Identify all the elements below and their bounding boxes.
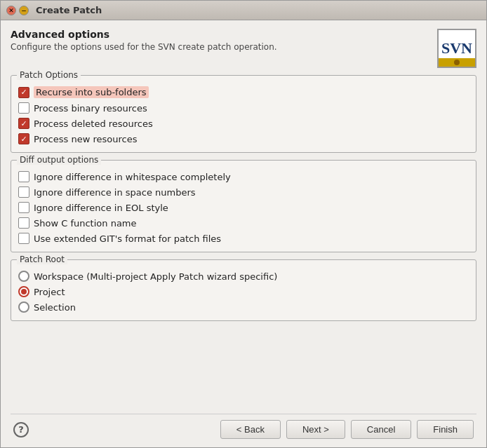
option-binary: Process binary resources [18,100,469,116]
option-workspace: Workspace (Multi-project Apply Patch wiz… [18,269,469,284]
eol-checkbox[interactable] [18,202,29,213]
main-content: Advanced options Configure the options u… [1,20,486,447]
minimize-button[interactable]: − [19,6,29,15]
help-button[interactable]: ? [13,422,29,437]
titlebar: ✕ − Create Patch [1,1,486,20]
option-eol: Ignore difference in EOL style [18,200,469,215]
back-button[interactable]: < Back [220,420,281,439]
svn-logo-text: SVN [441,39,472,57]
new-checkbox[interactable] [18,133,29,144]
footer-left: ? [13,422,29,437]
option-new: Process new resources [18,131,469,147]
option-whitespace: Ignore difference in whitespace complete… [18,169,469,184]
recurse-checkbox[interactable] [18,87,29,98]
workspace-label: Workspace (Multi-project Apply Patch wiz… [34,271,277,282]
new-label: Process new resources [34,134,137,144]
window-title: Create Patch [36,5,102,15]
patch-options-section: Patch Options Recurse into sub-folders P… [11,75,476,153]
whitespace-label: Ignore difference in whitespace complete… [34,172,231,182]
svn-logo-dot [454,60,460,65]
svn-logo: SVN [437,29,476,68]
close-button[interactable]: ✕ [6,6,16,15]
page-description: Configure the options used for the SVN c… [11,42,277,52]
space-numbers-label: Ignore difference in space numbers [34,187,196,198]
help-icon: ? [18,424,24,435]
deleted-checkbox[interactable] [18,118,29,129]
window: ✕ − Create Patch Advanced options Config… [0,0,487,448]
diff-options-section: Diff output options Ignore difference in… [11,160,476,252]
option-deleted: Process deleted resources [18,116,469,131]
recurse-label: Recurse into sub-folders [34,86,149,98]
option-cfunction: Show C function name [18,215,469,231]
binary-checkbox[interactable] [18,102,29,114]
titlebar-buttons: ✕ − [6,6,29,15]
next-button[interactable]: Next > [286,420,345,439]
git-label: Use extended GIT's format for patch file… [34,233,221,244]
option-project: Project [18,284,469,299]
page-title: Advanced options [11,29,277,40]
diff-options-title: Diff output options [17,155,101,165]
patch-root-body: Workspace (Multi-project Apply Patch wiz… [18,269,469,315]
svn-logo-bottom [439,58,475,67]
header-text: Advanced options Configure the options u… [11,29,277,52]
diff-options-body: Ignore difference in whitespace complete… [18,169,469,246]
selection-radio[interactable] [18,301,29,313]
footer-buttons: < Back Next > Cancel Finish [220,420,474,439]
cfunction-label: Show C function name [34,218,137,229]
cancel-button[interactable]: Cancel [351,420,411,439]
patch-options-title: Patch Options [17,70,81,80]
option-space-numbers: Ignore difference in space numbers [18,184,469,200]
whitespace-checkbox[interactable] [18,171,29,182]
footer: ? < Back Next > Cancel Finish [11,414,476,442]
header-area: Advanced options Configure the options u… [11,29,476,68]
git-checkbox[interactable] [18,233,29,244]
project-radio[interactable] [18,286,29,297]
eol-label: Ignore difference in EOL style [34,203,168,213]
binary-label: Process binary resources [34,103,147,114]
cfunction-checkbox[interactable] [18,217,29,229]
finish-button[interactable]: Finish [417,420,474,439]
selection-label: Selection [34,302,76,313]
option-recurse: Recurse into sub-folders [18,84,469,100]
patch-root-title: Patch Root [17,254,67,264]
deleted-label: Process deleted resources [34,118,153,129]
space-numbers-checkbox[interactable] [18,186,29,198]
workspace-radio[interactable] [18,271,29,282]
option-git: Use extended GIT's format for patch file… [18,231,469,246]
patch-options-body: Recurse into sub-folders Process binary … [18,84,469,147]
option-selection: Selection [18,299,469,315]
project-label: Project [34,287,65,297]
patch-root-section: Patch Root Workspace (Multi-project Appl… [11,259,476,321]
